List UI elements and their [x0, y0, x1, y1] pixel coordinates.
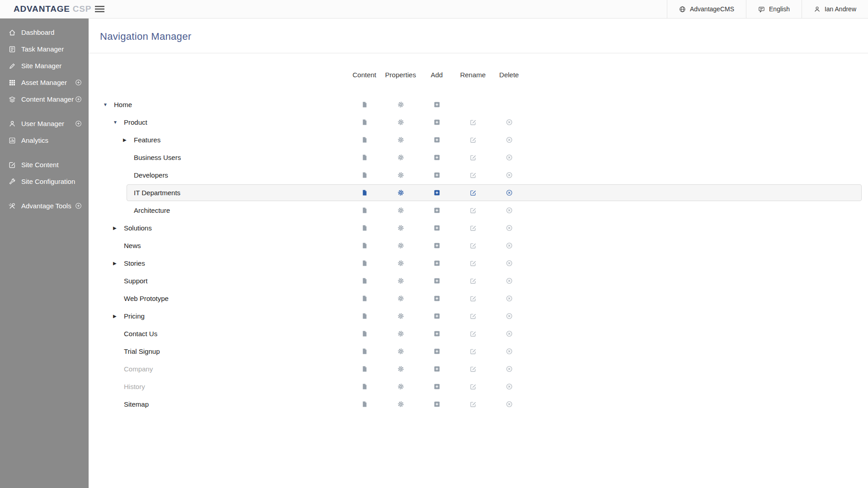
add-action-icon[interactable] [434, 136, 440, 143]
content-action-icon[interactable] [361, 383, 368, 390]
tree-row-web-prototype[interactable]: Web Prototype [100, 290, 868, 307]
properties-action-icon[interactable] [397, 260, 404, 267]
rename-action-icon[interactable] [470, 136, 476, 143]
tree-row-news[interactable]: News [100, 237, 868, 254]
sidebar-item-task-manager[interactable]: Task Manager [0, 41, 89, 57]
sidebar-item-advantage-tools[interactable]: Advantage Tools [0, 197, 89, 214]
tree-row-label-cell[interactable]: ▼Home [100, 101, 346, 108]
tree-row-product[interactable]: ▼Product [100, 113, 868, 131]
tree-row-label-cell[interactable]: Architecture [100, 206, 346, 214]
tree-row-label-cell[interactable]: IT Departments [100, 189, 346, 197]
sidebar-item-site-content[interactable]: Site Content [0, 156, 89, 173]
add-action-icon[interactable] [434, 260, 440, 267]
rename-action-icon[interactable] [470, 154, 476, 161]
add-action-icon[interactable] [434, 277, 440, 284]
tree-row-label-cell[interactable]: Support [100, 277, 346, 285]
add-action-icon[interactable] [434, 330, 440, 337]
delete-action-icon[interactable] [506, 242, 513, 249]
rename-action-icon[interactable] [470, 383, 476, 390]
tree-row-sitemap[interactable]: Sitemap [100, 395, 868, 413]
tree-row-label[interactable]: Developers [134, 171, 168, 179]
tree-row-label[interactable]: Product [124, 118, 147, 126]
tree-row-business-users[interactable]: Business Users [100, 149, 868, 166]
expand-arrow-icon[interactable]: ▶ [113, 226, 124, 230]
tree-row-label-cell[interactable]: Trial Signup [100, 347, 346, 355]
rename-action-icon[interactable] [470, 401, 476, 408]
add-action-icon[interactable] [434, 154, 440, 161]
expand-arrow-icon[interactable]: ▶ [113, 314, 124, 319]
content-action-icon[interactable] [361, 242, 368, 249]
tree-row-contact-us[interactable]: Contact Us [100, 325, 868, 343]
tree-row-trial-signup[interactable]: Trial Signup [100, 343, 868, 360]
content-action-icon[interactable] [361, 119, 368, 126]
content-action-icon[interactable] [361, 136, 368, 143]
add-plus-icon[interactable] [75, 120, 82, 127]
sidebar-item-asset-manager[interactable]: Asset Manager [0, 74, 89, 91]
tree-row-company[interactable]: Company [100, 360, 868, 378]
add-action-icon[interactable] [434, 242, 440, 249]
tree-row-label[interactable]: History [124, 383, 145, 390]
rename-action-icon[interactable] [470, 366, 476, 372]
topbar-item-ian-andrew[interactable]: Ian Andrew [802, 0, 868, 18]
add-action-icon[interactable] [434, 366, 440, 372]
content-action-icon[interactable] [361, 225, 368, 231]
delete-action-icon[interactable] [506, 295, 513, 302]
tree-row-label-cell[interactable]: ▶Pricing [100, 312, 346, 320]
delete-action-icon[interactable] [506, 330, 513, 337]
tree-row-label[interactable]: Trial Signup [124, 347, 160, 355]
properties-action-icon[interactable] [397, 136, 404, 143]
tree-row-label[interactable]: Contact Us [124, 330, 157, 338]
rename-action-icon[interactable] [470, 277, 476, 284]
sidebar-item-user-manager[interactable]: User Manager [0, 115, 89, 132]
topbar-item-advantagecms[interactable]: AdvantageCMS [667, 0, 746, 18]
properties-action-icon[interactable] [397, 225, 404, 231]
rename-action-icon[interactable] [470, 295, 476, 302]
properties-action-icon[interactable] [397, 348, 404, 355]
expand-arrow-icon[interactable]: ▶ [123, 138, 134, 142]
tree-row-label[interactable]: Company [124, 365, 153, 373]
add-action-icon[interactable] [434, 119, 440, 126]
add-action-icon[interactable] [434, 189, 440, 196]
delete-action-icon[interactable] [506, 225, 513, 231]
properties-action-icon[interactable] [397, 172, 404, 178]
expand-arrow-icon[interactable]: ▶ [113, 261, 124, 266]
delete-action-icon[interactable] [506, 119, 513, 126]
tree-row-label[interactable]: Architecture [134, 206, 170, 214]
topbar-item-english[interactable]: English [746, 0, 802, 18]
properties-action-icon[interactable] [397, 242, 404, 249]
content-action-icon[interactable] [361, 101, 368, 108]
tree-row-stories[interactable]: ▶Stories [100, 254, 868, 272]
tree-row-it-departments[interactable]: IT Departments [100, 184, 868, 202]
properties-action-icon[interactable] [397, 366, 404, 372]
tree-row-label[interactable]: Business Users [134, 154, 181, 161]
sidebar-item-analytics[interactable]: Analytics [0, 132, 89, 149]
add-action-icon[interactable] [434, 225, 440, 231]
add-action-icon[interactable] [434, 348, 440, 355]
properties-action-icon[interactable] [397, 383, 404, 390]
collapse-arrow-icon[interactable]: ▼ [103, 103, 114, 107]
sidebar-item-site-configuration[interactable]: Site Configuration [0, 173, 89, 190]
tree-row-history[interactable]: History [100, 378, 868, 395]
menu-toggle-button[interactable] [89, 0, 110, 18]
content-action-icon[interactable] [361, 313, 368, 319]
content-action-icon[interactable] [361, 348, 368, 355]
rename-action-icon[interactable] [470, 260, 476, 267]
tree-row-solutions[interactable]: ▶Solutions [100, 219, 868, 237]
properties-action-icon[interactable] [397, 154, 404, 161]
add-action-icon[interactable] [434, 313, 440, 319]
add-action-icon[interactable] [434, 207, 440, 214]
tree-row-label[interactable]: Home [114, 101, 132, 108]
tree-row-label-cell[interactable]: Business Users [100, 154, 346, 161]
add-action-icon[interactable] [434, 101, 440, 108]
properties-action-icon[interactable] [397, 277, 404, 284]
content-action-icon[interactable] [361, 295, 368, 302]
tree-row-label[interactable]: Web Prototype [124, 295, 169, 302]
delete-action-icon[interactable] [506, 383, 513, 390]
delete-action-icon[interactable] [506, 277, 513, 284]
tree-row-home[interactable]: ▼Home [100, 96, 868, 113]
content-action-icon[interactable] [361, 189, 368, 196]
rename-action-icon[interactable] [470, 189, 476, 196]
properties-action-icon[interactable] [397, 401, 404, 408]
tree-row-label[interactable]: Support [124, 277, 148, 285]
tree-row-architecture[interactable]: Architecture [100, 202, 868, 219]
